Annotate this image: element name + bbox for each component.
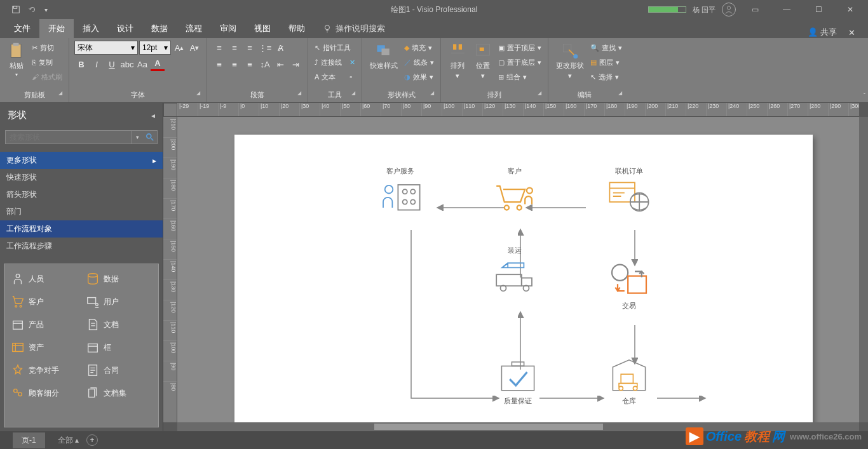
shape-competitor[interactable]: 竞争对手 [7, 361, 81, 380]
ribbon-options-icon[interactable]: ▭ [742, 0, 768, 19]
increase-indent-button[interactable]: ⇥ [288, 57, 302, 71]
tab-file[interactable]: 文件 [5, 19, 39, 38]
align-left-button[interactable]: ≡ [212, 57, 226, 71]
clear-format-button[interactable]: A̷ [273, 41, 287, 55]
shape-user[interactable]: 用户 [82, 292, 156, 311]
tab-data[interactable]: 数据 [142, 19, 177, 38]
tab-design[interactable]: 设计 [108, 19, 142, 38]
minimize-icon[interactable]: — [774, 0, 799, 19]
arrange-button[interactable]: 排列▾ [446, 41, 469, 81]
effects-button[interactable]: ◑效果 ▾ [403, 70, 435, 84]
undo-icon[interactable] [28, 5, 37, 14]
stencil-more-shapes[interactable]: 更多形状▸ [0, 152, 163, 169]
shape-asset[interactable]: 资产 [7, 338, 81, 357]
qat-dropdown-icon[interactable]: ▾ [44, 6, 48, 13]
send-back-button[interactable]: ▢置于底层 ▾ [497, 55, 543, 69]
align-bottom-button[interactable]: ≡ [243, 41, 257, 55]
italic-button[interactable]: I [90, 57, 104, 71]
bring-front-button[interactable]: ▣置于顶层 ▾ [497, 41, 543, 55]
font-color-button[interactable]: A [151, 57, 165, 71]
shape-product[interactable]: 产品 [7, 315, 81, 334]
node-warehouse[interactable]: 仓库 [606, 357, 652, 406]
add-page-button[interactable]: + [86, 434, 98, 446]
change-shape-button[interactable]: 更改形状▾ [553, 41, 587, 81]
bullets-button[interactable]: ⋮≡ [258, 41, 272, 55]
customer-service-icon [377, 178, 423, 214]
shape-segment[interactable]: 顾客细分 [7, 384, 81, 403]
text-tool-button[interactable]: A文本 ▫ [313, 70, 353, 84]
save-icon[interactable] [11, 5, 20, 14]
tab-view[interactable]: 视图 [245, 19, 280, 38]
title-bar: ▾ 绘图1 - Visio Professional 杨 国平 ▭ — ☐ ✕ [0, 0, 868, 19]
grow-font-button[interactable]: A▴ [172, 41, 186, 55]
stencil-workflow-steps[interactable]: 工作流程步骤 [0, 238, 163, 255]
node-online-order[interactable]: 联机订单 [606, 166, 652, 215]
search-button[interactable] [142, 130, 158, 144]
shape-box[interactable]: 框 [82, 338, 156, 357]
copy-button[interactable]: ⎘复制 [31, 55, 64, 69]
find-button[interactable]: 🔍查找 ▾ [589, 41, 623, 55]
tab-help[interactable]: 帮助 [280, 19, 314, 38]
drawing-page[interactable]: 客户服务 客户 联机订单 装运 交易 [234, 135, 813, 422]
format-painter-button[interactable]: 🖌格式刷 [31, 70, 64, 84]
line-button[interactable]: ／线条 ▾ [403, 55, 435, 69]
quick-styles-button[interactable]: 快速样式 [367, 41, 400, 72]
align-middle-button[interactable]: ≡ [227, 41, 241, 55]
layers-button[interactable]: ▤图层 ▾ [589, 55, 623, 69]
paste-button[interactable]: 粘贴▾ [5, 41, 28, 79]
shape-contract[interactable]: 合同 [82, 361, 156, 380]
close-icon[interactable]: ✕ [837, 0, 863, 19]
bold-button[interactable]: B [74, 57, 88, 71]
shrink-font-button[interactable]: A▾ [187, 41, 201, 55]
stencil-department[interactable]: 部门 [0, 203, 163, 220]
node-qa[interactable]: 质量保证 [495, 357, 541, 406]
cut-button[interactable]: ✂剪切 [31, 41, 64, 55]
stencil-arrow-shapes[interactable]: 箭头形状 [0, 186, 163, 203]
connector-tool-button[interactable]: ⤴连接线 ✕ [313, 55, 356, 69]
node-transaction[interactable]: 交易 [606, 262, 652, 311]
close-pane-icon[interactable]: ✕ [842, 28, 862, 37]
align-top-button[interactable]: ≡ [212, 41, 226, 55]
search-shapes-input[interactable] [5, 130, 132, 144]
stencil-workflow-objects[interactable]: 工作流程对象 [0, 220, 163, 238]
align-center-button[interactable]: ≡ [227, 57, 241, 71]
decrease-indent-button[interactable]: ⇤ [273, 57, 287, 71]
canvas-viewport[interactable]: 客户服务 客户 联机订单 装运 交易 [177, 117, 859, 422]
select-button[interactable]: ↖选择 ▾ [589, 70, 623, 84]
shape-customer[interactable]: 客户 [7, 292, 81, 311]
font-size-combo[interactable]: 12pt▾ [139, 41, 171, 55]
group-button[interactable]: ⊞组合 ▾ [497, 70, 543, 84]
all-pages-button[interactable]: 全部 ▴ [58, 435, 79, 446]
strikethrough-button[interactable]: abc [120, 57, 134, 71]
collapse-ribbon-icon[interactable]: ˇ [864, 93, 865, 100]
tab-review[interactable]: 审阅 [211, 19, 245, 38]
maximize-icon[interactable]: ☐ [806, 0, 831, 19]
shape-docset[interactable]: 文档集 [82, 384, 156, 403]
underline-button[interactable]: U [105, 57, 119, 71]
shape-document[interactable]: 文档 [82, 315, 156, 334]
user-avatar-icon[interactable] [722, 3, 736, 17]
page-tab[interactable]: 页-1 [13, 432, 45, 448]
fill-button[interactable]: ◆填充 ▾ [403, 41, 435, 55]
rotate-text-button[interactable]: ↕A [258, 57, 272, 71]
share-button[interactable]: 👤 共享 [808, 27, 837, 38]
search-dropdown-icon[interactable]: ▾ [132, 130, 142, 144]
stencil-quick-shapes[interactable]: 快速形状 [0, 169, 163, 186]
tab-home[interactable]: 开始 [39, 19, 74, 38]
collapse-panel-icon[interactable]: ◂ [151, 111, 155, 120]
align-right-button[interactable]: ≡ [243, 57, 257, 71]
tell-me-search[interactable]: 操作说明搜索 [314, 19, 394, 38]
position-button[interactable]: 位置▾ [471, 41, 494, 81]
tab-process[interactable]: 流程 [177, 19, 211, 38]
shape-person[interactable]: 人员 [7, 269, 81, 288]
scrollbar-vertical[interactable] [859, 117, 868, 422]
font-family-combo[interactable]: 宋体▾ [74, 41, 138, 55]
node-customer-service[interactable]: 客户服务 [377, 166, 423, 215]
tab-insert[interactable]: 插入 [74, 19, 108, 38]
svg-point-3 [325, 25, 330, 30]
node-customer[interactable]: 客户 [492, 166, 538, 215]
node-shipping[interactable]: 装运 [492, 246, 538, 295]
pointer-tool-button[interactable]: ↖指针工具 [313, 41, 352, 55]
shape-data[interactable]: 数据 [82, 269, 156, 288]
case-button[interactable]: Aa [135, 57, 149, 71]
